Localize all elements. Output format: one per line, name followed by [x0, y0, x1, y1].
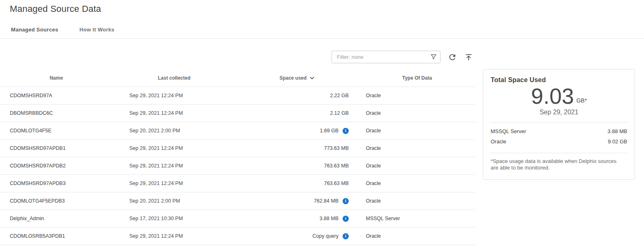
- space-used-value: 2.22 GB: [330, 93, 349, 98]
- copy-query-action[interactable]: Copy query: [312, 233, 339, 239]
- last-collected: Sep 29, 2021 12:24 PM: [113, 145, 236, 151]
- table-row[interactable]: CDOMSHSRD97ASep 29, 2021 12:24 PM2.22 GB…: [0, 87, 475, 105]
- card-footnote: *Space usage data is available when Delp…: [491, 158, 625, 172]
- space-used-cell: 2.12 GB: [236, 110, 359, 116]
- type-of-data: Oracle: [359, 110, 475, 116]
- space-used-cell: 773.63 MB: [236, 145, 359, 151]
- total-space-date: Sep 29, 2021: [491, 109, 627, 116]
- space-used-value: 3.88 MB: [319, 216, 339, 221]
- filter-icon[interactable]: [430, 53, 437, 60]
- type-of-data: Oracle: [359, 181, 475, 186]
- type-of-data: Oracle: [359, 198, 475, 204]
- last-collected: Sep 29, 2021 12:24 PM: [113, 181, 236, 186]
- managed-source-data-page: Managed Source Data Managed Sources How …: [0, 0, 644, 252]
- tab-bar: Managed Sources How It Works: [0, 24, 644, 39]
- breakdown-value: 9.02 GB: [608, 138, 627, 145]
- card-divider-bottom: [490, 153, 628, 153]
- breakdown-label: MSSQL Server: [491, 128, 526, 134]
- space-used-cell: 3.88 MBi: [236, 216, 359, 222]
- last-collected: Sep 20, 2021 2:00 PM: [113, 198, 236, 204]
- upload-icon[interactable]: [464, 53, 473, 62]
- table-body: CDOMSHSRD97ASep 29, 2021 12:24 PM2.22 GB…: [0, 87, 475, 245]
- refresh-icon[interactable]: [448, 53, 457, 62]
- table-row[interactable]: CDOMSHSRD97APDB3Sep 29, 2021 12:24 PM763…: [0, 175, 475, 192]
- info-icon[interactable]: i: [343, 216, 349, 222]
- column-header-last-collected[interactable]: Last collected: [113, 75, 236, 81]
- type-of-data: Oracle: [359, 145, 475, 151]
- card-title: Total Space Used: [491, 76, 627, 84]
- space-used-cell: Copy queryi: [236, 233, 359, 239]
- space-used-value: 762.84 MB: [314, 198, 339, 204]
- breakdown-row-oracle: Oracle 9.02 GB: [491, 136, 627, 147]
- breakdown-row-mssql: MSSQL Server 3.88 MB: [491, 126, 627, 136]
- source-name: CDOMSHSRD97APDB2: [0, 163, 113, 169]
- column-header-name-label: Name: [50, 75, 63, 81]
- source-name: CDOMLOTG4F5EPDB3: [0, 198, 113, 204]
- space-used-value: 763.63 MB: [324, 181, 349, 186]
- column-header-type-of-data-label: Type Of Data: [402, 75, 432, 81]
- column-header-name[interactable]: Name: [0, 75, 113, 81]
- table-row[interactable]: CDOMSHSRD97APDB1Sep 29, 2021 12:24 PM773…: [0, 140, 475, 157]
- last-collected: Sep 20, 2021 2:00 PM: [113, 128, 236, 134]
- space-used-cell: 1.69 GBi: [236, 128, 359, 134]
- total-space-used-card: Total Space Used 9.03 GB* Sep 29, 2021 M…: [483, 69, 635, 180]
- table-row[interactable]: CDOMLOSRB5A3PDB1Sep 29, 2021 12:24 PMCop…: [0, 227, 475, 245]
- column-header-space-used-label: Space used: [279, 75, 307, 81]
- space-used-cell: 762.84 MBi: [236, 198, 359, 204]
- total-space-value-row: 9.03 GB*: [491, 85, 627, 108]
- tab-managed-sources[interactable]: Managed Sources: [11, 24, 58, 38]
- space-used-value: 773.63 MB: [324, 145, 349, 151]
- summary-section: Total Space Used 9.03 GB* Sep 29, 2021 M…: [483, 69, 635, 180]
- total-space-value: 9.03: [531, 85, 574, 108]
- last-collected: Sep 29, 2021 12:24 PM: [113, 163, 236, 169]
- toolbar: [0, 51, 475, 63]
- total-space-unit: GB*: [576, 97, 587, 108]
- source-name: CDOMSHSRD97APDB3: [0, 181, 113, 186]
- source-name: Delphix_Admin: [0, 216, 113, 221]
- table-row[interactable]: CDOMSHSRD97APDB2Sep 29, 2021 12:24 PM763…: [0, 157, 475, 175]
- filter-field: [332, 51, 440, 63]
- space-used-value: 763.63 MB: [324, 163, 349, 169]
- space-used-cell: 763.63 MB: [236, 181, 359, 186]
- last-collected: Sep 29, 2021 12:24 PM: [113, 110, 236, 116]
- type-of-data: Oracle: [359, 93, 475, 98]
- table-row[interactable]: DBOMSRBBDC6CSep 29, 2021 12:24 PM2.12 GB…: [0, 105, 475, 122]
- page-title: Managed Source Data: [0, 0, 644, 14]
- breakdown-label: Oracle: [491, 138, 506, 145]
- sort-desc-chevron-down-icon[interactable]: [309, 75, 315, 81]
- column-header-space-used[interactable]: Space used: [236, 75, 359, 81]
- source-name: CDOMLOSRB5A3PDB1: [0, 233, 113, 239]
- table-row[interactable]: CDOMLOTG4F5ESep 20, 2021 2:00 PM1.69 GBi…: [0, 122, 475, 140]
- last-collected: Sep 29, 2021 12:24 PM: [113, 93, 236, 98]
- table-row[interactable]: Delphix_AdminSep 17, 2021 10:30 PM3.88 M…: [0, 210, 475, 227]
- last-collected: Sep 29, 2021 12:24 PM: [113, 233, 236, 239]
- info-icon[interactable]: i: [343, 128, 349, 134]
- space-used-value: 1.69 GB: [320, 128, 339, 134]
- table-header-row: Name Last collected Space used: [0, 69, 475, 87]
- breakdown-value: 3.88 MB: [608, 128, 627, 134]
- type-of-data: Oracle: [359, 128, 475, 134]
- last-collected: Sep 17, 2021 10:30 PM: [113, 216, 236, 221]
- filter-input[interactable]: [332, 51, 440, 63]
- info-icon[interactable]: i: [343, 198, 349, 204]
- column-header-last-collected-label: Last collected: [158, 75, 190, 81]
- card-divider-top: [490, 122, 628, 123]
- tab-how-it-works[interactable]: How It Works: [80, 24, 115, 38]
- source-name: DBOMSRBBDC6C: [0, 110, 113, 116]
- table-row[interactable]: CDOMLOTG4F5EPDB3Sep 20, 2021 2:00 PM762.…: [0, 192, 475, 210]
- space-used-value: 2.12 GB: [330, 110, 349, 116]
- managed-sources-table: Name Last collected Space used: [0, 69, 475, 245]
- source-name: CDOMLOTG4F5E: [0, 128, 113, 134]
- table-section: Name Last collected Space used: [0, 39, 475, 245]
- space-used-cell: 763.63 MB: [236, 163, 359, 169]
- type-of-data: MSSQL Server: [359, 216, 475, 221]
- info-icon[interactable]: i: [343, 233, 349, 239]
- source-name: CDOMSHSRD97APDB1: [0, 145, 113, 151]
- space-used-cell: 2.22 GB: [236, 93, 359, 98]
- type-of-data: Oracle: [359, 233, 475, 239]
- source-name: CDOMSHSRD97A: [0, 93, 113, 98]
- main-content: Name Last collected Space used: [0, 39, 644, 245]
- column-header-type-of-data[interactable]: Type Of Data: [359, 75, 475, 81]
- type-of-data: Oracle: [359, 163, 475, 169]
